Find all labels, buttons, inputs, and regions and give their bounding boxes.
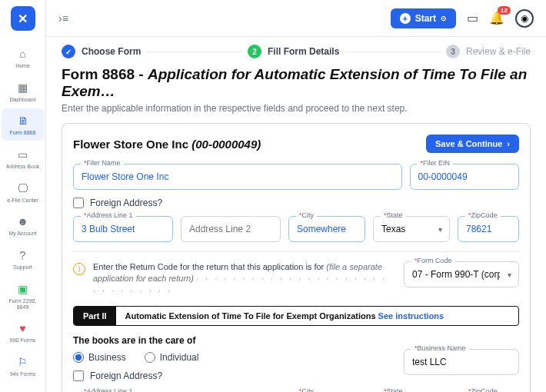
nav-label: 990 Forms	[10, 337, 35, 344]
support-icon: ?	[15, 247, 31, 263]
step-label: Review & e-File	[466, 46, 531, 57]
nav-label: Support	[13, 264, 32, 271]
city-input[interactable]	[288, 216, 365, 242]
step-label: Choose Form	[82, 46, 141, 57]
save-continue-button[interactable]: Save & Continue›	[426, 135, 519, 153]
books-individual-radio[interactable]: Individual	[145, 352, 199, 363]
foreign-label: Foreign Address?	[90, 198, 162, 208]
org-heading: Flower Store One Inc (00-0000049)	[73, 138, 261, 151]
nav-form-8868[interactable]: 🗎Form 8868	[2, 108, 45, 141]
part-tag: Part II	[74, 307, 116, 325]
form-code-label: *Form Code	[411, 257, 455, 264]
nav-label: Form 8868	[10, 130, 36, 136]
addr1-label: *Address Line 1	[81, 211, 136, 219]
nav-label: e-File Center	[7, 198, 38, 204]
nav-label: Address Book	[6, 164, 40, 170]
cityb-label: *City	[296, 387, 317, 392]
filer-ein-input[interactable]	[410, 164, 520, 190]
page-title: Form 8868 - Application for Automatic Ex…	[62, 66, 531, 100]
step-review[interactable]: 3Review & e-File	[446, 45, 531, 58]
nav-label: Form 2290, 8849	[3, 298, 43, 310]
chevron-down-icon: ⊙	[441, 15, 447, 22]
nav-94x-forms[interactable]: ⚐94x Forms	[2, 350, 45, 382]
city-label: *City	[296, 211, 317, 219]
nav-label: Dashboard	[9, 97, 35, 103]
nav-dashboard[interactable]: ▦Dashboard	[2, 75, 45, 108]
user-icon: ☻	[15, 214, 31, 229]
check-icon: ✓	[62, 45, 75, 58]
radio-label: Individual	[160, 352, 199, 363]
part-header: Part II Automatic Extension of Time To F…	[73, 306, 519, 326]
business-name-input[interactable]	[404, 349, 519, 375]
filer-name-label: *Filer Name	[81, 159, 124, 167]
step-divider	[147, 51, 241, 52]
app-logo[interactable]: ✕	[11, 6, 35, 31]
nav-support[interactable]: ?Support	[2, 243, 45, 275]
page-subtitle: Enter the applicable information in the …	[62, 103, 531, 114]
id-card-icon[interactable]: ▭	[467, 11, 478, 25]
plus-icon: +	[400, 13, 411, 24]
nav-address-book[interactable]: ▭Address Book	[2, 142, 45, 174]
form-icon: 🗎	[15, 113, 31, 128]
start-button[interactable]: +Start⊙	[391, 8, 456, 28]
books-business-radio[interactable]: Business	[73, 352, 126, 363]
step-choose-form[interactable]: ✓Choose Form	[62, 45, 141, 58]
address-line2-input[interactable]	[181, 216, 281, 242]
nav-form-2290[interactable]: ▣Form 2290, 8849	[2, 277, 45, 314]
step-number: 2	[248, 45, 261, 58]
state-label: *State	[381, 211, 406, 219]
nav-efile-center[interactable]: 🖵e-File Center	[2, 176, 45, 208]
nav-label: 94x Forms	[10, 371, 35, 377]
dashboard-icon: ▦	[15, 80, 31, 95]
nav-label: My Account	[8, 231, 36, 237]
return-code-info: Enter the Return Code for the return tha…	[93, 261, 396, 297]
filer-ein-label: *Filer EIN	[418, 159, 454, 167]
start-label: Start	[415, 13, 436, 24]
chevron-right-icon: ›	[507, 139, 510, 148]
nav-990-forms[interactable]: ♥990 Forms	[2, 316, 45, 348]
bell-icon[interactable]: 🔔12	[489, 11, 504, 25]
stateb-label: *State	[381, 387, 406, 392]
nav-label: Home	[15, 63, 30, 69]
save-label: Save & Continue	[435, 139, 502, 148]
part-desc: Automatic Extension of Time To File for …	[116, 307, 454, 325]
step-number: 3	[446, 45, 460, 58]
address-line1-input[interactable]	[73, 216, 173, 242]
user-icon: ◉	[521, 13, 528, 24]
zip-label: *ZipCode	[465, 211, 501, 219]
book-icon: ▭	[15, 147, 31, 162]
notification-badge: 12	[498, 6, 511, 15]
state-select[interactable]: Texas	[373, 216, 450, 242]
see-instructions-link[interactable]: See instructions	[378, 311, 444, 321]
divider	[73, 251, 519, 252]
info-icon: i	[73, 263, 85, 275]
truck-icon: ▣	[15, 281, 31, 297]
books-title: The books are in the care of	[73, 335, 396, 346]
step-label: Fill Form Details	[268, 46, 339, 57]
foreign-address-checkbox-row[interactable]: Foreign Address?	[73, 198, 519, 208]
filer-name-input[interactable]	[73, 164, 402, 190]
foreign-address2-checkbox[interactable]	[73, 370, 84, 381]
people-icon: ⚐	[15, 354, 31, 370]
zipb-label: *ZipCode	[465, 387, 501, 392]
radio-label: Business	[88, 352, 126, 363]
nav-home[interactable]: ⌂Home	[2, 42, 45, 74]
form-code-select[interactable]: 07 - Form 990-T (corp	[404, 261, 519, 287]
foreign-address2-checkbox-row[interactable]: Foreign Address?	[73, 370, 396, 381]
sidebar-toggle-icon[interactable]: ›≡	[58, 12, 68, 25]
nav-my-account[interactable]: ☻My Account	[2, 209, 45, 241]
user-avatar[interactable]: ◉	[515, 9, 534, 28]
addr1b-label: *Address Line 1	[81, 387, 136, 392]
step-divider	[345, 51, 440, 52]
monitor-icon: 🖵	[15, 181, 31, 196]
foreign-address-checkbox[interactable]	[73, 198, 84, 208]
home-icon: ⌂	[15, 46, 31, 61]
heart-icon: ♥	[15, 321, 31, 336]
step-fill-form[interactable]: 2Fill Form Details	[248, 45, 339, 58]
foreign-label: Foreign Address?	[90, 370, 162, 381]
zipcode-input[interactable]	[458, 216, 519, 242]
business-name-label: *Business Name	[411, 344, 469, 352]
